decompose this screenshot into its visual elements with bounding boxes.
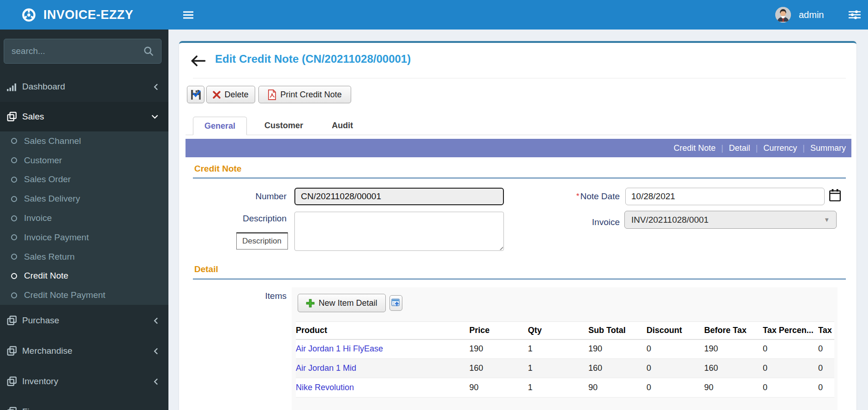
brand[interactable]: INVOICE-EZZY xyxy=(21,0,133,30)
sidebar-item-dashboard[interactable]: Dashboard xyxy=(0,71,168,102)
circle-icon xyxy=(11,292,17,298)
sidebar-item-invoice-payment[interactable]: Invoice Payment xyxy=(0,228,168,247)
cell-tax: 0 xyxy=(818,378,834,398)
header-bar: INVOICE-EZZY admin xyxy=(0,0,868,30)
sidebar-item-sales-delivery[interactable]: Sales Delivery xyxy=(0,189,168,208)
jump-link-currency[interactable]: Currency xyxy=(763,143,797,153)
sidebar-item-label: Inventory xyxy=(22,376,58,386)
calendar-icon[interactable] xyxy=(829,189,841,202)
pdf-icon xyxy=(268,89,276,100)
edit-credit-note-card: Edit Credit Note (CN/20211028/00001) Del… xyxy=(179,41,856,410)
sidebar-item-sales-return[interactable]: Sales Return xyxy=(0,247,168,267)
cell-tax-percent: 0 xyxy=(763,359,818,378)
description-textarea[interactable] xyxy=(294,212,504,251)
expand-grid-button[interactable] xyxy=(389,295,402,311)
cell-tax-percent: 0 xyxy=(763,378,818,398)
separator: | xyxy=(802,143,805,153)
sidebar-item-label: Purchase xyxy=(22,315,59,326)
cell-sub-total: 160 xyxy=(588,359,647,378)
chevron-left-icon xyxy=(154,317,158,324)
jump-link-credit-note[interactable]: Credit Note xyxy=(674,143,716,153)
divider xyxy=(193,78,846,78)
username: admin xyxy=(799,10,824,20)
settings-sliders-button[interactable] xyxy=(845,0,864,30)
sidebar-item-label: Credit Note xyxy=(24,271,68,281)
sidebar-item-invoice[interactable]: Invoice xyxy=(0,208,168,228)
hamburger-icon xyxy=(183,11,193,19)
sidebar-item-purchase[interactable]: Purchase xyxy=(0,305,168,336)
col-tax-percent: Tax Percen... xyxy=(763,322,818,339)
cell-qty: 1 xyxy=(528,339,588,359)
sidebar-item-label: Sales Order xyxy=(24,174,71,184)
print-button-label: Print Credit Note xyxy=(280,90,341,100)
settings-sliders-icon xyxy=(849,10,861,19)
circle-icon xyxy=(11,138,17,144)
product-link[interactable]: Air Jordan 1 Mid xyxy=(296,363,356,373)
sidebar-item-label: Customer xyxy=(24,155,62,166)
hamburger-button[interactable] xyxy=(179,0,198,30)
note-date-input[interactable] xyxy=(625,188,825,205)
cell-tax: 0 xyxy=(818,359,834,378)
circle-icon xyxy=(11,215,17,221)
search-button[interactable] xyxy=(144,46,161,56)
cell-product: Nike Revolution xyxy=(296,378,469,398)
clone-icon xyxy=(7,346,22,356)
product-link[interactable]: Air Jordan 1 Hi FlyEase xyxy=(296,344,383,353)
sidebar-item-credit-note[interactable]: Credit Note xyxy=(0,266,168,285)
back-button[interactable] xyxy=(191,54,208,68)
tab-audit[interactable]: Audit xyxy=(321,117,364,135)
tab-general[interactable]: General xyxy=(193,117,247,135)
sidebar-item-finance[interactable]: Finance xyxy=(0,397,168,410)
sidebar-item-sales-order[interactable]: Sales Order xyxy=(0,170,168,190)
cell-price: 160 xyxy=(469,359,528,378)
expand-grid-icon xyxy=(391,298,401,308)
sidebar-item-label: Sales xyxy=(22,112,44,122)
jump-link-detail[interactable]: Detail xyxy=(729,143,750,153)
sales-submenu: Sales Channel Customer Sales Order Sales… xyxy=(0,131,168,305)
items-panel: New Item Detail Product Price Qty Sub To xyxy=(292,287,838,410)
circle-icon xyxy=(11,234,17,240)
circle-icon xyxy=(11,196,17,202)
sidebar-item-label: Sales Delivery xyxy=(24,194,80,204)
print-credit-note-button[interactable]: Print Credit Note xyxy=(258,86,351,103)
circle-icon xyxy=(11,157,17,163)
tab-customer[interactable]: Customer xyxy=(253,117,314,135)
save-button[interactable] xyxy=(187,86,204,103)
section-title-credit-note: Credit Note xyxy=(194,164,241,174)
sidebar-item-label: Finance xyxy=(22,407,54,410)
note-date-label-text: Note Date xyxy=(580,191,620,201)
sidebar-item-credit-note-payment[interactable]: Credit Note Payment xyxy=(0,285,168,305)
number-label: Number xyxy=(193,188,287,205)
sidebar-item-customer[interactable]: Customer xyxy=(0,151,168,170)
note-date-label: *Note Date xyxy=(557,188,620,205)
sidebar-item-sales-channel[interactable]: Sales Channel xyxy=(0,131,168,151)
invoice-select[interactable]: INV/20211028/0001 ▼ xyxy=(624,211,837,229)
delete-button[interactable]: Delete xyxy=(206,86,255,103)
cell-discount: 0 xyxy=(647,378,704,398)
section-title-detail: Detail xyxy=(194,264,218,274)
jump-link-summary[interactable]: Summary xyxy=(810,143,846,153)
sidebar-search-input[interactable] xyxy=(4,46,144,56)
section-divider xyxy=(193,178,846,178)
col-discount: Discount xyxy=(647,322,704,339)
sidebar-item-sales[interactable]: Sales xyxy=(0,102,168,131)
new-item-detail-button[interactable]: New Item Detail xyxy=(298,294,386,312)
sidebar-item-inventory[interactable]: Inventory xyxy=(0,366,168,397)
brand-title: INVOICE-EZZY xyxy=(43,8,133,22)
sidebar-item-label: Sales Return xyxy=(24,252,75,262)
sidebar-item-merchandise[interactable]: Merchandise xyxy=(0,336,168,366)
caret-down-icon: ▼ xyxy=(824,216,830,223)
clone-icon xyxy=(7,407,22,410)
number-input[interactable] xyxy=(294,188,504,205)
product-link[interactable]: Nike Revolution xyxy=(296,383,354,392)
sidebar-item-label: Sales Channel xyxy=(24,136,81,146)
user-menu[interactable]: admin xyxy=(775,0,824,30)
page-title: Edit Credit Note (CN/20211028/00001) xyxy=(215,53,411,65)
clone-icon xyxy=(7,376,22,386)
col-sub-total: Sub Total xyxy=(588,322,647,339)
items-table: Product Price Qty Sub Total Discount Bef… xyxy=(296,321,834,398)
plus-icon xyxy=(306,299,315,308)
jump-link-bar: Credit Note | Detail | Currency | Summar… xyxy=(186,139,851,157)
separator: | xyxy=(721,143,724,153)
section-divider xyxy=(193,279,846,279)
